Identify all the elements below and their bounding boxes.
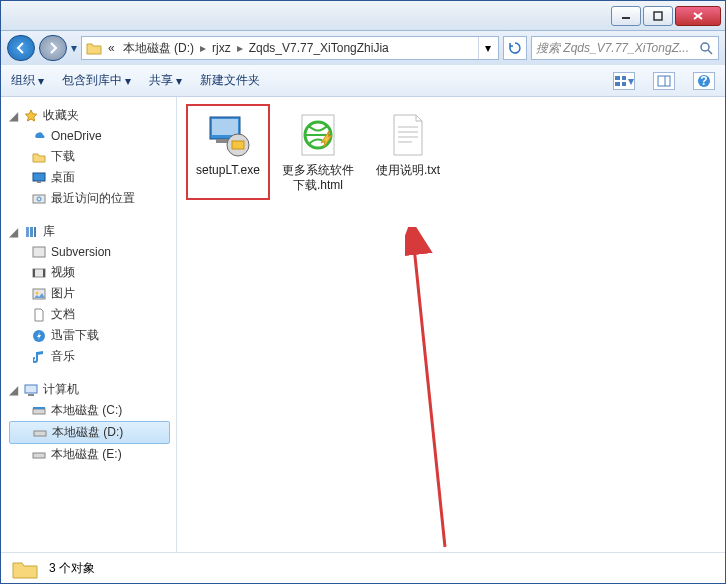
breadcrumb-ellipsis[interactable]: « [104,41,119,55]
chevron-right-icon[interactable]: ▸ [200,41,206,55]
svg-rect-18 [26,227,29,237]
sidebar-item-label: 音乐 [51,348,75,365]
new-folder-button[interactable]: 新建文件夹 [200,72,260,89]
sidebar-item-downloads[interactable]: 下载 [9,146,176,167]
back-button[interactable] [7,35,35,61]
favorites-header[interactable]: ◢ 收藏夹 [9,105,176,126]
folder-icon [11,557,39,581]
breadcrumb-item[interactable]: rjxz [208,41,235,55]
computer-group: ◢ 计算机 本地磁盘 (C:) 本地磁盘 (D:) 本地磁盘 (E:) [9,379,176,465]
file-item-html[interactable]: 更多系统软件下载.html [279,107,357,197]
recent-icon [31,191,47,207]
computer-header[interactable]: ◢ 计算机 [9,379,176,400]
navigation-pane: ◢ 收藏夹 OneDrive 下载 桌面 最近访问的位置 ◢ 库 Subvers… [1,97,177,552]
favorites-label: 收藏夹 [43,107,79,124]
collapse-icon: ◢ [9,109,19,123]
svg-rect-7 [622,76,626,80]
svg-rect-38 [232,141,244,149]
organize-label: 组织 [11,72,35,89]
txt-icon [384,111,432,159]
chevron-right-icon[interactable]: ▸ [237,41,243,55]
window-titlebar [1,1,725,31]
search-input[interactable]: 搜索 Zqds_V7.77_XiTongZ... [531,36,719,60]
svg-rect-31 [33,407,45,409]
forward-button[interactable] [39,35,67,61]
file-label: 使用说明.txt [376,163,440,178]
command-toolbar: 组织 ▾ 包含到库中 ▾ 共享 ▾ 新建文件夹 ▾ ? [1,65,725,97]
libraries-group: ◢ 库 Subversion 视频 图片 文档 迅雷下载 音乐 [9,221,176,367]
desktop-icon [31,170,47,186]
sidebar-item-music[interactable]: 音乐 [9,346,176,367]
svg-rect-8 [615,82,620,86]
maximize-button[interactable] [643,6,673,26]
svg-rect-10 [658,76,670,86]
sidebar-item-label: 视频 [51,264,75,281]
organize-button[interactable]: 组织 ▾ [11,72,44,89]
preview-pane-button[interactable] [653,72,675,90]
history-dropdown-icon[interactable]: ▾ [71,41,77,55]
file-item-txt[interactable]: 使用说明.txt [369,107,447,197]
chevron-down-icon: ▾ [38,74,44,88]
svn-icon [31,244,47,260]
sidebar-item-recent[interactable]: 最近访问的位置 [9,188,176,209]
file-label: setupLT.exe [196,163,260,178]
close-button[interactable] [675,6,721,26]
sidebar-item-drive-d[interactable]: 本地磁盘 (D:) [9,421,170,444]
file-item-setup-exe[interactable]: setupLT.exe [189,107,267,197]
status-bar: 3 个对象 [1,552,725,584]
address-bar[interactable]: « 本地磁盘 (D:) ▸ rjxz ▸ Zqds_V7.77_XiTongZh… [81,36,499,60]
sidebar-item-subversion[interactable]: Subversion [9,242,176,262]
svg-rect-15 [37,181,41,183]
sidebar-item-label: 下载 [51,148,75,165]
svg-rect-14 [33,173,45,181]
sidebar-item-pictures[interactable]: 图片 [9,283,176,304]
newfolder-label: 新建文件夹 [200,72,260,89]
sidebar-item-label: 本地磁盘 (C:) [51,402,122,419]
collapse-icon: ◢ [9,383,19,397]
svg-rect-35 [212,119,238,135]
pictures-icon [31,286,47,302]
svg-line-5 [708,50,712,54]
search-icon [698,40,714,56]
breadcrumb-item[interactable]: Zqds_V7.77_XiTongZhiJia [245,41,393,55]
svg-text:?: ? [700,74,707,88]
breadcrumb-item[interactable]: 本地磁盘 (D:) [119,40,198,57]
sidebar-item-drive-c[interactable]: 本地磁盘 (C:) [9,400,176,421]
sidebar-item-label: Subversion [51,245,111,259]
sidebar-item-onedrive[interactable]: OneDrive [9,126,176,146]
view-options-button[interactable]: ▾ [613,72,635,90]
libraries-label: 库 [43,223,55,240]
svg-line-45 [413,237,445,547]
chevron-down-icon: ▾ [125,74,131,88]
svg-rect-19 [30,227,33,237]
drive-icon [31,403,47,419]
refresh-button[interactable] [503,36,527,60]
library-icon [23,224,39,240]
sidebar-item-documents[interactable]: 文档 [9,304,176,325]
star-icon [23,108,39,124]
address-dropdown-icon[interactable]: ▾ [478,37,496,59]
sidebar-item-xunlei[interactable]: 迅雷下载 [9,325,176,346]
share-button[interactable]: 共享 ▾ [149,72,182,89]
libraries-header[interactable]: ◢ 库 [9,221,176,242]
sidebar-item-label: 本地磁盘 (E:) [51,446,122,463]
file-label: 更多系统软件下载.html [281,163,355,193]
file-list-pane[interactable]: setupLT.exe 更多系统软件下载.html 使用说明.txt [177,97,725,552]
help-button[interactable]: ? [693,72,715,90]
svg-rect-29 [28,394,34,396]
share-label: 共享 [149,72,173,89]
include-library-button[interactable]: 包含到库中 ▾ [62,72,131,89]
drive-icon [32,425,48,441]
video-icon [31,265,47,281]
sidebar-item-desktop[interactable]: 桌面 [9,167,176,188]
sidebar-item-videos[interactable]: 视频 [9,262,176,283]
sidebar-item-label: 迅雷下载 [51,327,99,344]
svg-point-4 [701,43,709,51]
favorites-group: ◢ 收藏夹 OneDrive 下载 桌面 最近访问的位置 [9,105,176,209]
annotation-arrow [405,227,465,557]
svg-rect-20 [34,227,36,237]
drive-icon [31,447,47,463]
minimize-button[interactable] [611,6,641,26]
sidebar-item-drive-e[interactable]: 本地磁盘 (E:) [9,444,176,465]
cloud-icon [31,128,47,144]
